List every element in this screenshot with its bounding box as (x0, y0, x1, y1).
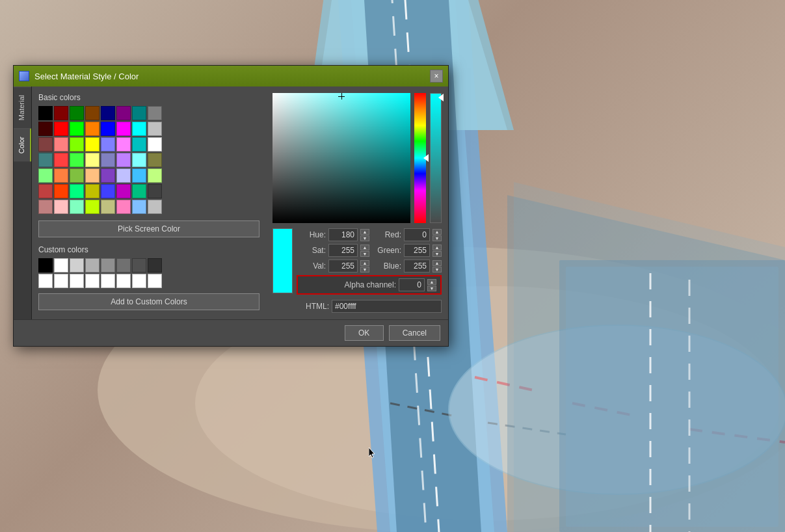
custom-color-swatch[interactable] (148, 274, 162, 288)
pick-screen-color-button[interactable]: Pick Screen Color (38, 220, 259, 237)
basic-color-swatch[interactable] (148, 184, 162, 198)
basic-color-swatch[interactable] (70, 122, 84, 136)
basic-color-swatch[interactable] (101, 106, 115, 120)
basic-color-swatch[interactable] (132, 106, 146, 120)
basic-color-swatch[interactable] (132, 168, 146, 183)
basic-color-swatch[interactable] (85, 137, 100, 152)
tab-material[interactable]: Material (14, 86, 31, 128)
basic-color-swatch[interactable] (148, 168, 162, 183)
basic-color-swatch[interactable] (38, 122, 53, 136)
blue-input[interactable] (404, 259, 430, 273)
custom-color-swatch[interactable] (85, 258, 100, 273)
custom-color-swatch[interactable] (70, 258, 84, 273)
basic-color-swatch[interactable] (132, 122, 146, 136)
tab-color[interactable]: Color (14, 128, 31, 161)
green-input[interactable] (404, 244, 430, 257)
custom-color-swatch[interactable] (116, 258, 131, 273)
basic-color-swatch[interactable] (132, 200, 146, 214)
basic-color-swatch[interactable] (85, 200, 100, 214)
basic-color-swatch[interactable] (54, 200, 68, 214)
custom-color-swatch[interactable] (85, 274, 100, 288)
basic-color-swatch[interactable] (38, 106, 53, 120)
sat-input[interactable] (328, 244, 358, 257)
close-button[interactable]: × (430, 70, 443, 83)
basic-color-swatch[interactable] (70, 153, 84, 167)
red-input[interactable] (404, 228, 430, 241)
add-to-custom-button[interactable]: Add to Custom Colors (38, 293, 259, 310)
basic-color-swatch[interactable] (85, 184, 100, 198)
basic-color-swatch[interactable] (148, 106, 162, 120)
custom-color-swatch[interactable] (101, 274, 115, 288)
green-down-btn[interactable]: ▼ (432, 251, 442, 257)
basic-color-swatch[interactable] (116, 168, 131, 183)
basic-color-swatch[interactable] (101, 200, 115, 214)
basic-color-swatch[interactable] (70, 106, 84, 120)
html-input[interactable] (332, 300, 442, 313)
green-up-btn[interactable]: ▲ (432, 245, 442, 250)
basic-color-swatch[interactable] (54, 106, 68, 120)
custom-color-swatch[interactable] (54, 274, 68, 288)
basic-color-swatch[interactable] (85, 106, 100, 120)
custom-color-swatch[interactable] (116, 274, 131, 288)
color-gradient[interactable] (273, 93, 410, 223)
hue-down-btn[interactable]: ▼ (360, 235, 369, 241)
hue-slider[interactable] (414, 93, 426, 223)
basic-color-swatch[interactable] (54, 122, 68, 136)
basic-color-swatch[interactable] (148, 137, 162, 152)
basic-color-swatch[interactable] (38, 153, 53, 167)
custom-color-swatch[interactable] (70, 274, 84, 288)
basic-color-swatch[interactable] (38, 200, 53, 214)
custom-color-swatch[interactable] (54, 258, 68, 273)
alpha-down-btn[interactable]: ▼ (427, 286, 436, 291)
basic-color-swatch[interactable] (148, 153, 162, 167)
basic-color-swatch[interactable] (148, 122, 162, 136)
alpha-slider[interactable] (430, 93, 442, 223)
basic-color-swatch[interactable] (116, 106, 131, 120)
basic-color-swatch[interactable] (38, 184, 53, 198)
custom-color-swatch[interactable] (38, 258, 53, 273)
cancel-button[interactable]: Cancel (389, 325, 440, 341)
basic-color-swatch[interactable] (101, 184, 115, 198)
basic-color-swatch[interactable] (101, 122, 115, 136)
alpha-up-btn[interactable]: ▲ (427, 279, 436, 285)
basic-color-swatch[interactable] (70, 184, 84, 198)
custom-color-swatch[interactable] (38, 274, 53, 288)
basic-color-swatch[interactable] (38, 168, 53, 183)
basic-color-swatch[interactable] (85, 153, 100, 167)
basic-color-swatch[interactable] (70, 168, 84, 183)
val-up-btn[interactable]: ▲ (360, 260, 369, 266)
basic-color-swatch[interactable] (116, 137, 131, 152)
custom-color-swatch[interactable] (132, 274, 146, 288)
basic-color-swatch[interactable] (38, 137, 53, 152)
val-down-btn[interactable]: ▼ (360, 267, 369, 273)
basic-color-swatch[interactable] (101, 137, 115, 152)
basic-color-swatch[interactable] (116, 184, 131, 198)
basic-color-swatch[interactable] (116, 122, 131, 136)
basic-color-swatch[interactable] (70, 200, 84, 214)
basic-color-swatch[interactable] (132, 153, 146, 167)
basic-color-swatch[interactable] (101, 153, 115, 167)
basic-color-swatch[interactable] (101, 168, 115, 183)
basic-color-swatch[interactable] (148, 200, 162, 214)
basic-color-swatch[interactable] (85, 168, 100, 183)
val-input[interactable] (328, 259, 358, 273)
ok-button[interactable]: OK (345, 325, 384, 341)
basic-color-swatch[interactable] (54, 168, 68, 183)
custom-color-swatch[interactable] (148, 258, 162, 273)
alpha-input[interactable] (399, 278, 425, 291)
basic-color-swatch[interactable] (54, 184, 68, 198)
custom-color-swatch[interactable] (132, 258, 146, 273)
basic-color-swatch[interactable] (54, 137, 68, 152)
basic-color-swatch[interactable] (54, 153, 68, 167)
basic-color-swatch[interactable] (116, 153, 131, 167)
blue-up-btn[interactable]: ▲ (432, 260, 442, 266)
hue-input[interactable] (328, 228, 358, 241)
hue-up-btn[interactable]: ▲ (360, 229, 369, 235)
red-up-btn[interactable]: ▲ (432, 229, 442, 235)
basic-color-swatch[interactable] (132, 184, 146, 198)
sat-down-btn[interactable]: ▼ (360, 251, 369, 257)
red-down-btn[interactable]: ▼ (432, 235, 442, 241)
sat-up-btn[interactable]: ▲ (360, 245, 369, 250)
basic-color-swatch[interactable] (70, 137, 84, 152)
custom-color-swatch[interactable] (101, 258, 115, 273)
